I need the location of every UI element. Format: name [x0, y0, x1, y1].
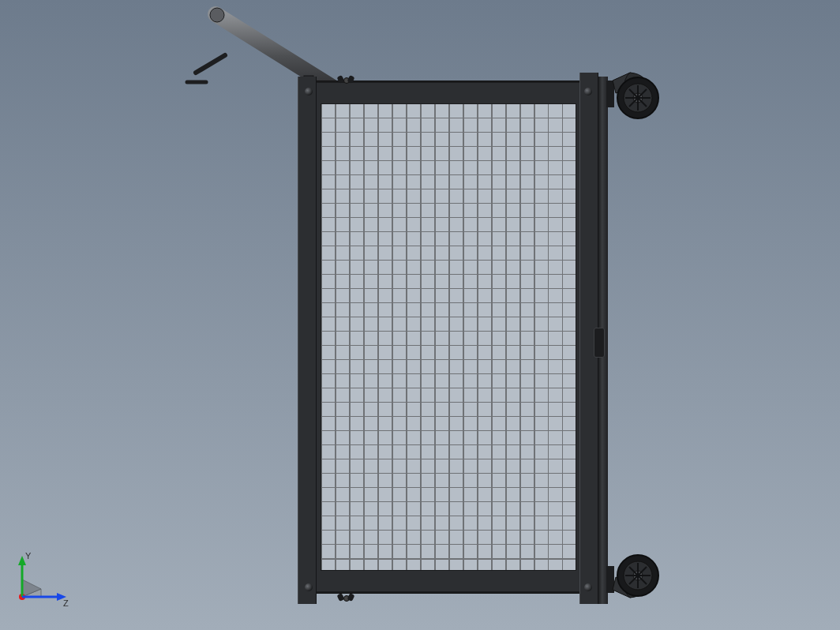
wire-mesh — [321, 103, 576, 571]
frame-bolt — [305, 88, 313, 96]
caster-wheel-bottom — [606, 544, 662, 612]
upright-left — [298, 77, 317, 604]
caster-wheel-top — [606, 57, 662, 125]
svg-point-0 — [210, 8, 224, 22]
svg-rect-3 — [606, 81, 614, 107]
frame-bolt — [584, 88, 592, 96]
axis-y-label: Y — [25, 551, 32, 561]
cad-viewport[interactable]: Y Z — [0, 0, 840, 630]
model-root[interactable] — [298, 61, 662, 613]
frame-bolt — [305, 583, 313, 591]
cage-frame — [298, 81, 598, 593]
view-triad[interactable]: Y Z — [14, 548, 85, 611]
wingnut-bottom — [338, 594, 354, 602]
frame-bolt — [584, 583, 592, 591]
wingnut-top — [338, 76, 354, 84]
side-latch — [594, 328, 605, 358]
axis-z-label: Z — [63, 598, 69, 608]
